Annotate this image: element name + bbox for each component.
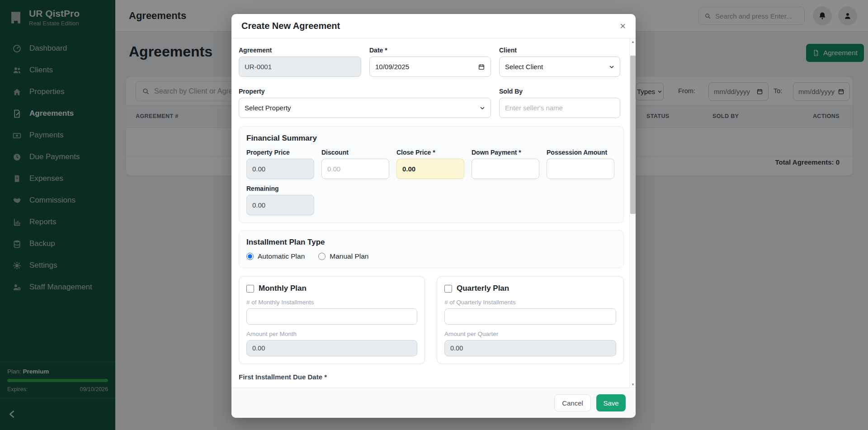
- calendar-icon[interactable]: [478, 63, 485, 71]
- quarterly-plan-toggle[interactable]: Quarterly Plan: [444, 284, 616, 293]
- property-label: Property: [239, 88, 491, 95]
- property-price-label: Property Price: [246, 149, 314, 156]
- create-agreement-modal: Create New Agreement × Agreement Date * …: [231, 14, 636, 418]
- modal-scrollbar[interactable]: ▲ ▼: [629, 38, 636, 387]
- installment-plan-type-title: Installment Plan Type: [246, 238, 616, 247]
- date-value: 10/09/2025: [375, 63, 409, 71]
- possession-amount-label: Possession Amount: [547, 149, 614, 156]
- sold-by-field[interactable]: [499, 98, 620, 118]
- monthly-plan-card: Monthly Plan # of Monthly Installments A…: [239, 276, 425, 364]
- installment-plan-type-card: Installment Plan Type Automatic Plan Man…: [239, 230, 624, 268]
- first-installment-due-date-label: First Installment Due Date *: [239, 373, 627, 381]
- monthly-plan-title: Monthly Plan: [259, 284, 307, 293]
- discount-label: Discount: [321, 149, 389, 156]
- quarterly-plan-title: Quarterly Plan: [457, 284, 509, 293]
- modal-header: Create New Agreement ×: [231, 14, 636, 38]
- remaining-label: Remaining: [246, 185, 314, 192]
- quarterly-amount-field: [444, 340, 616, 356]
- cancel-button[interactable]: Cancel: [554, 394, 591, 411]
- remaining-field: [246, 195, 314, 215]
- save-button[interactable]: Save: [596, 394, 626, 411]
- monthly-count-label: # of Monthly Installments: [246, 299, 417, 306]
- scrollbar-up-arrow[interactable]: ▲: [630, 38, 636, 45]
- client-select[interactable]: Select Client: [499, 57, 620, 77]
- property-select[interactable]: Select Property: [239, 98, 491, 118]
- quarterly-count-field[interactable]: [444, 308, 616, 325]
- automatic-plan-option[interactable]: Automatic Plan: [246, 252, 305, 260]
- quarterly-amount-label: Amount per Quarter: [444, 331, 616, 337]
- automatic-plan-label: Automatic Plan: [258, 252, 305, 260]
- manual-plan-option[interactable]: Manual Plan: [318, 252, 368, 260]
- modal-footer: Cancel Save: [231, 387, 636, 418]
- automatic-plan-radio[interactable]: [246, 253, 254, 260]
- financial-summary-title: Financial Summary: [246, 134, 616, 143]
- quarterly-plan-checkbox[interactable]: [444, 285, 452, 293]
- property-select-value: Select Property: [245, 104, 291, 112]
- monthly-amount-field: [246, 340, 417, 356]
- monthly-plan-toggle[interactable]: Monthly Plan: [246, 284, 417, 293]
- manual-plan-label: Manual Plan: [330, 252, 368, 260]
- sold-by-label: Sold By: [499, 88, 620, 95]
- down-payment-label: Down Payment *: [472, 149, 539, 156]
- modal-title: Create New Agreement: [241, 21, 340, 31]
- agreement-label: Agreement: [239, 47, 361, 54]
- manual-plan-radio[interactable]: [318, 253, 326, 260]
- close-icon[interactable]: ×: [620, 21, 626, 31]
- financial-summary-card: Financial Summary Property Price Discoun…: [239, 126, 624, 223]
- scrollbar-thumb[interactable]: [630, 56, 636, 214]
- chevron-down-icon: [480, 105, 485, 111]
- monthly-amount-label: Amount per Month: [246, 331, 417, 337]
- down-payment-field[interactable]: [472, 159, 539, 179]
- date-field[interactable]: 10/09/2025: [369, 57, 491, 77]
- date-label: Date *: [369, 47, 491, 54]
- agreement-number-field: [239, 57, 361, 77]
- monthly-plan-checkbox[interactable]: [246, 285, 254, 293]
- client-label: Client: [499, 47, 620, 54]
- modal-body: Agreement Date * 10/09/2025 Client Selec…: [231, 38, 629, 387]
- quarterly-count-label: # of Quarterly Installments: [444, 299, 616, 306]
- scrollbar-down-arrow[interactable]: ▼: [630, 381, 636, 387]
- discount-field[interactable]: [321, 159, 389, 179]
- close-price-label: Close Price *: [396, 149, 464, 156]
- possession-amount-field[interactable]: [547, 159, 614, 179]
- chevron-down-icon: [609, 64, 614, 70]
- quarterly-plan-card: Quarterly Plan # of Quarterly Installmen…: [437, 276, 624, 364]
- property-price-field: [246, 159, 314, 179]
- client-select-value: Select Client: [505, 63, 543, 71]
- close-price-field[interactable]: [396, 159, 464, 179]
- monthly-count-field[interactable]: [246, 308, 417, 325]
